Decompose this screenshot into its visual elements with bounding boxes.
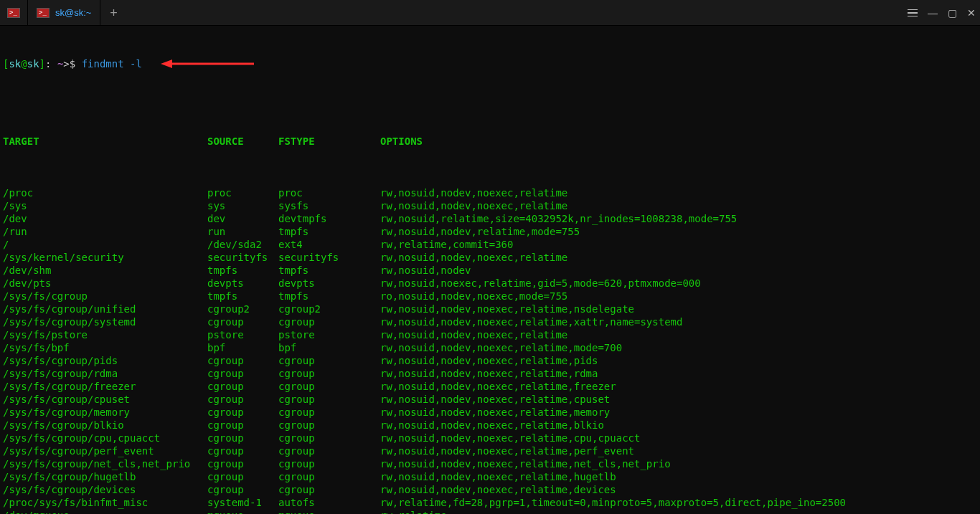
cell-options: rw,nosuid,nodev,noexec,relatime	[380, 187, 567, 199]
cell-target: /sys/fs/cgroup/systemd	[3, 315, 207, 328]
tab-active[interactable]: sk@sk:~	[28, 0, 100, 25]
cell-source: cgroup2	[207, 303, 278, 315]
cell-target: /sys/fs/cgroup/freezer	[3, 380, 207, 393]
cell-fstype: cgroup	[278, 419, 380, 432]
prompt-user: sk	[9, 58, 21, 70]
cell-source: devpts	[207, 277, 278, 290]
cell-target: /proc	[3, 186, 207, 199]
table-row: /sys/fs/cgroup/unifiedcgroup2cgroup2rw,n…	[3, 303, 977, 315]
table-row: /sys/kernel/securitysecurityfssecurityfs…	[3, 251, 977, 264]
cell-options: rw,nosuid,noexec,relatime,gid=5,mode=620…	[380, 277, 701, 289]
cell-options: rw,nosuid,nodev,noexec,relatime,rdma	[380, 368, 598, 379]
table-row: /sys/fs/cgroup/memorycgroupcgrouprw,nosu…	[3, 406, 977, 419]
cell-target: /sys/fs/cgroup/memory	[3, 406, 207, 419]
cell-options: rw,relatime,commit=360	[380, 239, 513, 250]
cell-fstype: devpts	[278, 277, 380, 290]
prompt-line: [sk@sk]: ~>$ findmnt -l	[3, 57, 977, 96]
cell-target: /dev/mqueue	[3, 509, 207, 514]
cell-source: bpf	[207, 341, 278, 354]
cell-source: cgroup	[207, 393, 278, 406]
col-header-target: TARGET	[3, 135, 207, 148]
cell-options: rw,nosuid,nodev,noexec,relatime,perf_eve…	[380, 445, 634, 457]
cell-target: /sys/fs/cgroup/net_cls,net_prio	[3, 457, 207, 470]
cell-source: cgroup	[207, 470, 278, 483]
cell-source: cgroup	[207, 315, 278, 328]
table-row: /sys/fs/cgroup/blkiocgroupcgrouprw,nosui…	[3, 419, 977, 432]
cell-fstype: sysfs	[278, 199, 380, 212]
cell-source: dev	[207, 212, 278, 225]
cell-fstype: cgroup2	[278, 303, 380, 315]
cell-source: cgroup	[207, 444, 278, 457]
cell-options: rw,nosuid,nodev,noexec,relatime,net_cls,…	[380, 458, 671, 470]
cell-options: rw,nosuid,nodev,noexec,relatime,cpu,cpua…	[380, 432, 640, 444]
tab-icon-only[interactable]	[0, 0, 28, 25]
svg-marker-1	[161, 60, 172, 68]
cell-target: /dev/pts	[3, 277, 207, 290]
cell-options: rw,nosuid,nodev,noexec,relatime,nsdelega…	[380, 303, 634, 315]
cell-source: cgroup	[207, 457, 278, 470]
table-row: /runruntmpfsrw,nosuid,nodev,relatime,mod…	[3, 225, 977, 238]
cell-source: run	[207, 225, 278, 238]
menu-icon[interactable]	[908, 9, 918, 17]
cell-target: /sys/fs/cgroup/unified	[3, 303, 207, 315]
cell-options: rw,nosuid,nodev,noexec,relatime,mode=700	[380, 342, 622, 353]
col-header-source: SOURCE	[207, 135, 278, 148]
cell-fstype: bpf	[278, 341, 380, 354]
table-row: /sys/fs/cgroup/net_cls,net_priocgroupcgr…	[3, 457, 977, 470]
cell-options: rw,nosuid,nodev,noexec,relatime,pids	[380, 355, 598, 366]
cell-target: /sys/fs/bpf	[3, 341, 207, 354]
cell-target: /dev	[3, 212, 207, 225]
cell-target: /sys/fs/cgroup/blkio	[3, 419, 207, 432]
annotation-arrow-icon	[161, 59, 254, 69]
cell-options: ro,nosuid,nodev,noexec,mode=755	[380, 290, 567, 302]
title-bar: sk@sk:~ + — ▢ ✕	[0, 0, 980, 26]
cell-fstype: cgroup	[278, 354, 380, 367]
cell-fstype: autofs	[278, 496, 380, 509]
terminal-icon	[37, 8, 50, 18]
cell-target: /sys/fs/cgroup/cpuset	[3, 393, 207, 406]
prompt-bracket-close: ]	[39, 58, 45, 70]
cell-source: systemd-1	[207, 496, 278, 509]
table-row: /sys/fs/pstorepstorepstorerw,nosuid,node…	[3, 328, 977, 341]
cell-target: /sys/kernel/security	[3, 251, 207, 264]
maximize-button[interactable]: ▢	[948, 6, 957, 19]
minimize-button[interactable]: —	[928, 6, 938, 19]
cell-fstype: securityfs	[278, 251, 380, 264]
cell-options: rw,nosuid,nodev,noexec,relatime,devices	[380, 484, 616, 495]
table-row: /sys/fs/cgroup/perf_eventcgroupcgrouprw,…	[3, 444, 977, 457]
cell-options: rw,nosuid,nodev,relatime,mode=755	[380, 226, 580, 237]
table-row: /sys/fs/cgroup/freezercgroupcgrouprw,nos…	[3, 380, 977, 393]
cell-fstype: cgroup	[278, 457, 380, 470]
cell-source: mqueue	[207, 509, 278, 514]
cell-options: rw,nosuid,nodev,noexec,relatime	[380, 200, 567, 211]
cell-target: /sys/fs/cgroup/rdma	[3, 367, 207, 380]
cell-fstype: cgroup	[278, 406, 380, 419]
cell-target: /sys/fs/cgroup/cpu,cpuacct	[3, 432, 207, 444]
table-row: /sys/fs/cgroup/cpu,cpuacctcgroupcgrouprw…	[3, 432, 977, 444]
terminal-viewport[interactable]: [sk@sk]: ~>$ findmnt -l TARGETSOURCEFSTY…	[0, 26, 980, 514]
cell-target: /sys/fs/cgroup/devices	[3, 483, 207, 496]
cell-options: rw,nosuid,nodev,noexec,relatime	[380, 252, 567, 263]
cell-source: cgroup	[207, 419, 278, 432]
cell-fstype: ext4	[278, 238, 380, 251]
table-row: /dev/ptsdevptsdevptsrw,nosuid,noexec,rel…	[3, 277, 977, 290]
cell-fstype: pstore	[278, 328, 380, 341]
cell-fstype: proc	[278, 186, 380, 199]
cell-options: rw,nosuid,nodev,noexec,relatime,memory	[380, 406, 610, 418]
new-tab-button[interactable]: +	[100, 0, 126, 25]
cell-target: /sys/fs/cgroup/perf_event	[3, 444, 207, 457]
cell-options: rw,nosuid,nodev,noexec,relatime	[380, 329, 567, 341]
table-row: /syssyssysfsrw,nosuid,nodev,noexec,relat…	[3, 199, 977, 212]
cell-source: cgroup	[207, 406, 278, 419]
cell-options: rw,nosuid,nodev,noexec,relatime,cpuset	[380, 394, 610, 405]
cell-source: sys	[207, 199, 278, 212]
cell-target: /sys/fs/cgroup/hugetlb	[3, 470, 207, 483]
cell-fstype: tmpfs	[278, 225, 380, 238]
cell-source: /dev/sda2	[207, 238, 278, 251]
prompt-sigil: >$	[63, 58, 81, 70]
prompt-host: sk	[27, 58, 39, 70]
table-row: /sys/fs/cgroup/rdmacgroupcgrouprw,nosuid…	[3, 367, 977, 380]
cell-source: tmpfs	[207, 264, 278, 277]
close-button[interactable]: ✕	[967, 6, 976, 19]
table-row: /devdevdevtmpfsrw,nosuid,relatime,size=4…	[3, 212, 977, 225]
